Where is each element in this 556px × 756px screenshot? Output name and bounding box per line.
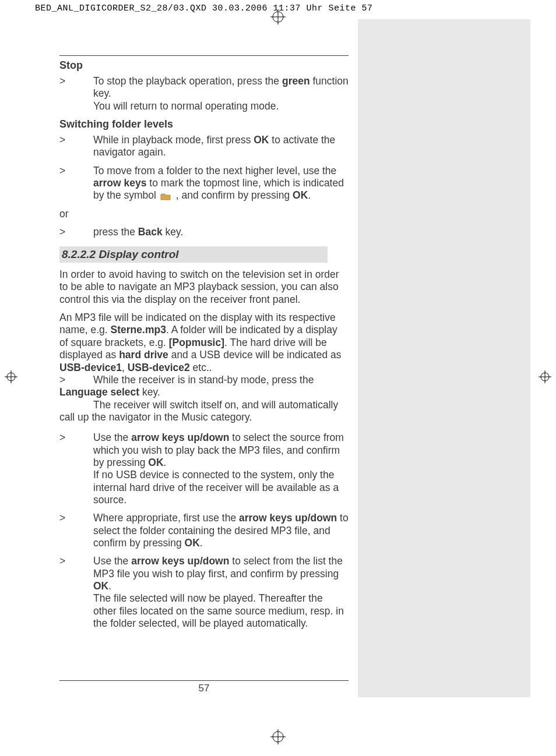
- bullet-content: To move from a folder to the next higher…: [93, 165, 349, 202]
- text: press the: [93, 226, 138, 238]
- heading-display-control: 8.2.2.2 Display control: [59, 246, 328, 263]
- text-bold: USB-device2: [128, 362, 190, 373]
- bullet-content: While the receiver is in stand-by mode, …: [59, 374, 349, 423]
- text: The receiver will switch itself on, and …: [59, 399, 338, 423]
- or-separator: or: [59, 208, 349, 220]
- text: You will return to normal operating mode…: [93, 100, 279, 112]
- bullet-content: press the Back key.: [93, 226, 349, 238]
- text: Where appropriate, first use the: [93, 512, 239, 524]
- text: To stop the playback operation, press th…: [93, 75, 282, 87]
- rule-top: [59, 55, 349, 56]
- bullet-marker: >: [59, 432, 93, 506]
- paragraph: An MP3 file will be indicated on the dis…: [59, 312, 349, 374]
- text: .: [200, 537, 203, 549]
- page-content: Stop > To stop the playback operation, p…: [59, 55, 349, 635]
- text: The file selected will now be played. Th…: [93, 592, 344, 629]
- text: To move from a folder to the next higher…: [93, 165, 336, 176]
- bullet-content: Use the arrow keys up/down to select fro…: [93, 555, 349, 630]
- text-bold: OK: [148, 457, 163, 468]
- bullet-marker: >: [59, 134, 93, 159]
- list-item: > Where appropriate, first use the arrow…: [59, 512, 349, 549]
- text-bold: Sterne.mp3: [111, 324, 166, 335]
- text: .: [308, 189, 311, 201]
- folder-icon: [160, 193, 171, 200]
- bullet-marker: >: [59, 226, 93, 238]
- text: Use the: [93, 432, 131, 443]
- list-item: > press the Back key.: [59, 226, 349, 238]
- text: .: [164, 457, 167, 468]
- text-bold: OK: [254, 134, 269, 146]
- text: ,: [122, 362, 128, 373]
- text: key.: [163, 226, 184, 238]
- text-bold: arrow keys up/down: [239, 512, 337, 524]
- text: and a USB device will be indicated as: [168, 349, 342, 361]
- text-bold: arrow keys: [93, 177, 146, 189]
- page-number: 57: [59, 683, 349, 694]
- text-bold: arrow keys up/down: [131, 432, 229, 443]
- list-item: > To stop the playback operation, press …: [59, 75, 349, 112]
- right-gray-pane: [358, 19, 530, 697]
- text: While the receiver is in stand-by mode, …: [93, 374, 314, 386]
- text-bold: OK: [293, 189, 308, 201]
- registration-mark-top: [270, 9, 286, 27]
- text: Use the: [93, 555, 131, 567]
- list-item: > To move from a folder to the next high…: [59, 165, 349, 202]
- heading-stop: Stop: [59, 59, 349, 72]
- text: If no USB device is connected to the sys…: [93, 469, 339, 506]
- paragraph: In order to avoid having to switch on th…: [59, 269, 349, 306]
- bullet-content: Where appropriate, first use the arrow k…: [93, 512, 349, 549]
- text: key.: [139, 386, 160, 398]
- list-item: > While in playback mode, first press OK…: [59, 134, 349, 159]
- bullet-content: Use the arrow keys up/down to select the…: [93, 432, 349, 506]
- text-bold: Back: [138, 226, 163, 238]
- text: etc..: [190, 362, 212, 373]
- text-bold: [Popmusic]: [169, 337, 224, 348]
- registration-mark-left: [5, 370, 17, 386]
- bullet-marker: >: [59, 555, 93, 630]
- rule-bottom: [59, 680, 349, 681]
- prepress-slug: BED_ANL_DIGICORDER_S2_28/03.QXD 30.03.20…: [35, 3, 373, 13]
- text: While in playback mode, first press: [93, 134, 254, 146]
- text: .: [108, 580, 111, 592]
- text-bold: arrow keys up/down: [131, 555, 229, 567]
- registration-mark-right: [539, 370, 551, 386]
- bullet-content: To stop the playback operation, press th…: [93, 75, 349, 112]
- registration-mark-bottom: [270, 729, 286, 747]
- text-bold: Language select: [59, 386, 139, 398]
- bullet-marker: >: [59, 75, 93, 112]
- text-bold: hard drive: [119, 349, 168, 361]
- text-bold: green: [282, 75, 310, 87]
- list-item: > Use the arrow keys up/down to select t…: [59, 432, 349, 506]
- bullet-content: While in playback mode, first press OK t…: [93, 134, 349, 159]
- bullet-marker: >: [59, 512, 93, 549]
- text: , and confirm by pressing: [173, 189, 293, 201]
- bullet-marker: >: [59, 165, 93, 202]
- heading-switching-folder-levels: Switching folder levels: [59, 118, 349, 130]
- list-item: > While the receiver is in stand-by mode…: [59, 374, 349, 423]
- list-item: > Use the arrow keys up/down to select f…: [59, 555, 349, 630]
- text-bold: OK: [93, 580, 108, 592]
- text-bold: USB-device1: [59, 362, 122, 373]
- text-bold: OK: [185, 537, 200, 549]
